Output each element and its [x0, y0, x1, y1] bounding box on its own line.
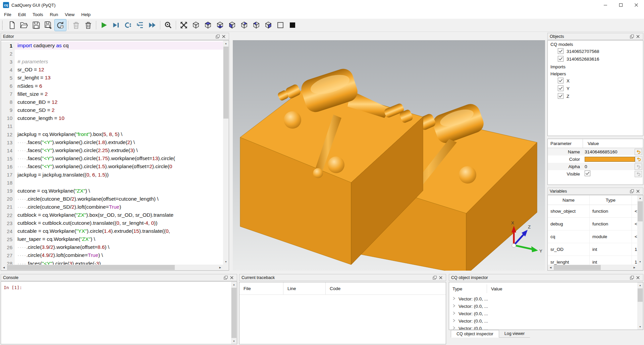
close-button[interactable] [629, 0, 644, 10]
fit-view-button[interactable] [178, 19, 190, 31]
save-script-button[interactable] [31, 19, 42, 31]
menu-run[interactable]: Run [47, 11, 62, 18]
parameter-row-alpha[interactable]: Alpha0 [548, 163, 643, 170]
chevron-right-icon[interactable] [452, 319, 456, 324]
checkbox-y[interactable] [558, 85, 564, 92]
tree-item-x[interactable]: X [548, 77, 643, 85]
editor-vertical-scrollbar[interactable]: ▲ ▼ [223, 41, 229, 265]
revert-button[interactable] [635, 156, 642, 162]
scroll-down-icon[interactable]: ▼ [223, 259, 229, 265]
scrollbar-thumb[interactable] [554, 265, 601, 270]
debug-button[interactable] [110, 19, 122, 31]
toolbar-drag-handle[interactable] [2, 21, 5, 29]
revert-button[interactable] [635, 149, 642, 155]
scroll-left-icon[interactable]: ◀ [1, 265, 7, 270]
render-button[interactable] [98, 19, 110, 31]
toggle-shaded-button[interactable] [287, 19, 298, 31]
variable-row-sr-od[interactable]: sr_ODint12 [548, 243, 637, 256]
checkbox-3140652707568[interactable] [558, 48, 564, 55]
console-vertical-scrollbar[interactable]: ▲ ▼ [231, 282, 237, 344]
parameter-value[interactable]: 3140646685160 [580, 149, 635, 154]
scroll-down-icon[interactable]: ▼ [637, 324, 643, 330]
scroll-right-icon[interactable]: ▶ [632, 265, 637, 270]
variable-row-cq[interactable]: cqmodule<m [548, 230, 637, 243]
close-icon[interactable] [438, 275, 444, 280]
scrollbar-thumb[interactable] [638, 288, 643, 302]
inspector-row[interactable]: Vector: (0.0, ... [449, 325, 643, 330]
scroll-left-icon[interactable]: ◀ [548, 265, 553, 270]
close-icon[interactable] [229, 275, 235, 280]
open-script-button[interactable] [18, 19, 30, 31]
menu-help[interactable]: Help [78, 11, 94, 18]
new-script-button[interactable] [6, 19, 18, 31]
inspector-row[interactable]: Vector: (0.0, ... [449, 295, 643, 302]
revert-button[interactable] [635, 163, 642, 170]
tree-group-imports[interactable]: Imports [548, 63, 643, 70]
checkbox-3140652683616[interactable] [558, 56, 564, 63]
maximize-button[interactable] [613, 0, 629, 10]
tree-item-z[interactable]: Z [548, 92, 643, 100]
menu-tools[interactable]: Tools [29, 11, 47, 18]
scroll-down-icon[interactable]: ▼ [637, 259, 643, 265]
clear-current-button[interactable] [70, 19, 82, 31]
step-button[interactable] [122, 19, 134, 31]
float-icon[interactable] [629, 189, 635, 194]
code-editor[interactable]: 1import cadquery as cq23# parameters4sr_… [1, 40, 229, 271]
view-front-button[interactable] [226, 19, 238, 31]
tab-log-viewer[interactable]: Log viewer [499, 330, 530, 338]
chevron-right-icon[interactable] [452, 304, 456, 309]
inspector-vertical-scrollbar[interactable]: ▲ ▼ [637, 282, 643, 330]
parameter-value[interactable]: 0 [580, 164, 635, 169]
color-swatch[interactable] [585, 157, 635, 162]
scroll-right-icon[interactable]: ▶ [217, 265, 223, 270]
step-in-button[interactable] [135, 19, 146, 31]
visible-checkbox[interactable] [585, 170, 590, 177]
scroll-up-icon[interactable]: ▲ [637, 195, 643, 201]
float-icon[interactable] [629, 275, 635, 280]
minimize-button[interactable] [598, 0, 613, 10]
menu-view[interactable]: View [61, 11, 78, 18]
tree-group-cq-models[interactable]: CQ models [548, 41, 643, 48]
inspect-object-button[interactable] [162, 19, 174, 31]
variables-horizontal-scrollbar[interactable]: ◀ ▶ [548, 265, 637, 270]
checkbox-z[interactable] [558, 93, 564, 100]
inspector-row[interactable]: Vector: (0.0, ... [449, 310, 643, 317]
parameter-row-visible[interactable]: Visible [548, 170, 643, 178]
save-script-as-button[interactable] [43, 19, 54, 31]
tree-item-y[interactable]: Y [548, 85, 643, 92]
continue-button[interactable] [147, 19, 158, 31]
tree-item-3140652707568[interactable]: 3140652707568 [548, 48, 643, 55]
editor-horizontal-scrollbar[interactable]: ◀ ▶ [1, 265, 223, 270]
variable-row-debug[interactable]: debugfunction<f [548, 218, 637, 230]
scroll-up-icon[interactable]: ▲ [231, 282, 237, 287]
parameter-value[interactable] [580, 157, 635, 162]
view-left-button[interactable] [251, 19, 262, 31]
scrollbar-thumb[interactable] [638, 201, 643, 221]
float-icon[interactable] [215, 34, 221, 39]
checkbox-x[interactable] [558, 78, 564, 84]
inspector-row[interactable]: Vector: (0.0, ... [449, 317, 643, 325]
scroll-up-icon[interactable]: ▲ [637, 282, 643, 288]
close-icon[interactable] [635, 34, 641, 39]
float-icon[interactable] [223, 275, 229, 280]
scrollbar-thumb[interactable] [7, 265, 175, 270]
chevron-right-icon[interactable] [452, 311, 456, 316]
console[interactable]: In [1]: ▲ ▼ [1, 281, 237, 344]
scrollbar-thumb[interactable] [223, 47, 228, 119]
close-icon[interactable] [221, 34, 227, 39]
view-back-button[interactable] [238, 19, 250, 31]
float-icon[interactable] [629, 34, 635, 39]
tree-item-3140652683616[interactable]: 3140652683616 [548, 55, 643, 63]
menu-file[interactable]: File [1, 11, 15, 18]
toggle-wireframe-button[interactable] [275, 19, 286, 31]
view-right-button[interactable] [263, 19, 274, 31]
clear-all-button[interactable] [83, 19, 94, 31]
chevron-right-icon[interactable] [452, 296, 456, 301]
inspector-row[interactable]: Vector: (0.0, ... [449, 302, 643, 310]
close-icon[interactable] [635, 189, 641, 194]
chevron-right-icon[interactable] [452, 326, 456, 330]
tab-cq-object-inspector[interactable]: CQ object inspector [451, 330, 499, 338]
scrollbar-thumb[interactable] [231, 288, 236, 338]
variables-vertical-scrollbar[interactable]: ▲ ▼ [637, 195, 643, 265]
view-iso-button[interactable] [190, 19, 202, 31]
